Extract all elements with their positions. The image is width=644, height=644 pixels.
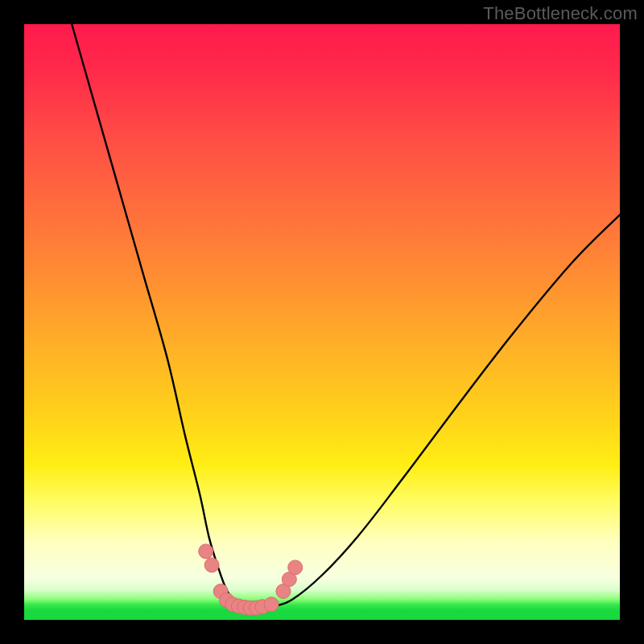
bottleneck-curve-path — [72, 24, 620, 608]
curve-marker — [204, 558, 219, 572]
curve-marker — [199, 544, 213, 559]
curve-marker — [264, 597, 279, 612]
chart-plot-area — [24, 24, 620, 620]
bottleneck-curve-svg — [24, 24, 620, 620]
chart-frame: TheBottleneck.com — [0, 0, 644, 644]
curve-marker — [288, 560, 303, 575]
watermark-text: TheBottleneck.com — [483, 3, 638, 24]
